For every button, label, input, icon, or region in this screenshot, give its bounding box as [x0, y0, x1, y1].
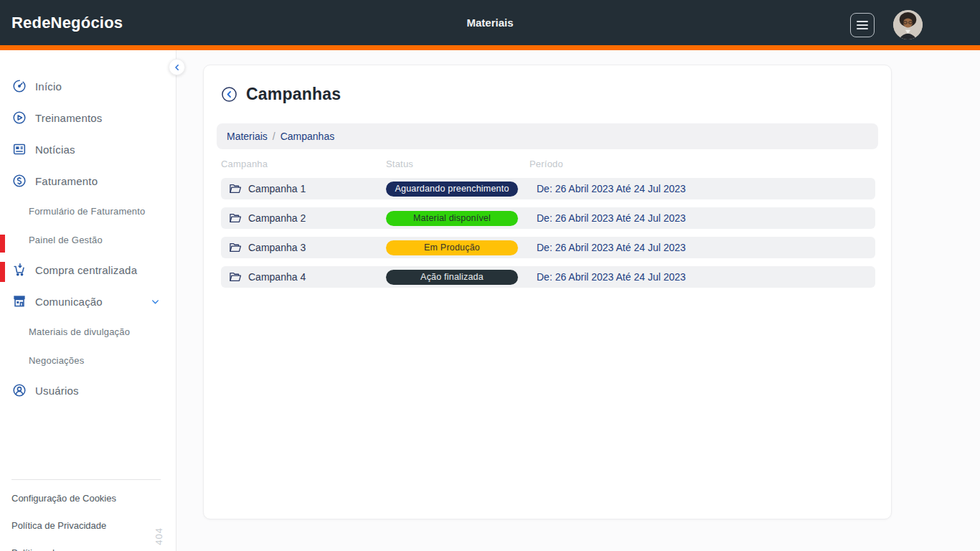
- header-page-title: Materiais: [0, 17, 980, 29]
- sidebar-footer: Configuração de Cookies Política de Priv…: [0, 479, 176, 551]
- sidebar-item-label: Usuários: [35, 385, 79, 397]
- breadcrumb-item-campanhas[interactable]: Campanhas: [281, 131, 335, 142]
- sidebar-item-label: Painel de Gestão: [29, 235, 103, 245]
- status-badge: Em Produção: [386, 240, 518, 255]
- link-privacy-policy[interactable]: Política de Privacidade: [0, 512, 176, 539]
- breadcrumb-separator: /: [273, 131, 275, 142]
- sidebar-item-painel-gestao[interactable]: Painel de Gestão: [0, 225, 176, 254]
- sidebar-item-materiais-divulgacao[interactable]: Materiais de divulgação: [0, 317, 176, 346]
- breadcrumb: Materiais / Campanhas: [217, 123, 878, 149]
- status-badge: Aguardando preenchimento: [386, 182, 518, 197]
- table-row-campanha-4[interactable]: Campanha 4 Ação finalizada De: 26 Abril …: [221, 266, 875, 288]
- open-folder-icon: [228, 240, 248, 255]
- open-folder-icon: [228, 182, 248, 196]
- avatar-image: [893, 10, 923, 39]
- sidebar-item-inicio[interactable]: Início: [0, 70, 176, 102]
- sidebar-item-treinamentos[interactable]: Treinamentos: [0, 102, 176, 133]
- link-usage-policy[interactable]: Políticas de uso: [0, 539, 176, 551]
- alert-marker: [0, 262, 5, 282]
- sidebar-collapse-button[interactable]: [169, 59, 185, 75]
- sidebar-item-label: Início: [35, 80, 62, 93]
- column-header-campanha: Campanha: [221, 159, 386, 169]
- speedometer-icon: [11, 78, 27, 94]
- table-row-campanha-2[interactable]: Campanha 2 Material disponível De: 26 Ab…: [221, 207, 875, 229]
- sidebar-item-compra-centralizada[interactable]: Compra centralizada: [0, 254, 176, 286]
- campaign-name: Campanha 3: [248, 242, 386, 253]
- status-badge: Material disponível: [386, 211, 518, 226]
- sidebar-item-faturamento[interactable]: Faturamento: [0, 165, 176, 197]
- campaign-period: De: 26 Abril 2023 Até 24 Jul 2023: [529, 183, 868, 194]
- play-circle-icon: [11, 110, 27, 126]
- app-header: Materiais RedeNegócios: [0, 0, 980, 45]
- sidebar-item-negociacoes[interactable]: Negociações: [0, 346, 176, 375]
- user-circle-icon: [11, 382, 27, 398]
- sidebar-item-comunicacao[interactable]: Comunicação: [0, 286, 176, 317]
- page-title: Campanhas: [246, 85, 341, 104]
- back-button[interactable]: [221, 86, 237, 103]
- campaign-name: Campanha 1: [248, 183, 386, 194]
- table-row-campanha-3[interactable]: Campanha 3 Em Produção De: 26 Abril 2023…: [221, 237, 875, 258]
- status-badge: Ação finalizada: [386, 270, 518, 285]
- chevron-down-icon[interactable]: [151, 297, 160, 306]
- divider: [11, 479, 161, 480]
- storefront-icon: [11, 293, 27, 309]
- sidebar-item-label: Comunicação: [35, 296, 103, 308]
- sidebar-item-label: Treinamentos: [35, 112, 103, 124]
- user-avatar[interactable]: [893, 10, 923, 39]
- open-folder-icon: [228, 211, 248, 225]
- version-watermark: 404: [154, 527, 164, 545]
- dollar-circle-icon: [11, 173, 27, 189]
- brand-logo[interactable]: RedeNegócios: [11, 14, 123, 32]
- sidebar-item-formulario-faturamento[interactable]: Formulário de Faturamento: [0, 197, 176, 225]
- campaign-period: De: 26 Abril 2023 Até 24 Jul 2023: [529, 242, 868, 253]
- cart-download-icon: [11, 262, 27, 278]
- campaigns-table: Campanha Status Período Campanha 1 Aguar…: [221, 159, 875, 288]
- campaign-name: Campanha 2: [248, 212, 386, 224]
- sidebar-item-label: Faturamento: [35, 175, 98, 187]
- campaign-period: De: 26 Abril 2023 Até 24 Jul 2023: [529, 271, 868, 283]
- sidebar-item-noticias[interactable]: Notícias: [0, 133, 176, 165]
- sidebar-item-label: Compra centralizada: [35, 264, 137, 276]
- sidebar-nav: Início Treinamentos Notícias Faturamento…: [0, 50, 176, 551]
- sidebar-item-label: Materiais de divulgação: [29, 326, 130, 337]
- hamburger-menu-button[interactable]: [850, 13, 875, 37]
- newspaper-icon: [11, 141, 27, 157]
- hamburger-icon: [856, 20, 869, 30]
- sidebar-item-label: Negociações: [29, 355, 84, 366]
- column-header-periodo: Período: [529, 159, 875, 169]
- campaigns-card: Campanhas Materiais / Campanhas Campanha…: [203, 65, 892, 519]
- sidebar-item-label: Formulário de Faturamento: [29, 206, 146, 217]
- breadcrumb-item-materiais[interactable]: Materiais: [227, 131, 268, 142]
- open-folder-icon: [228, 270, 248, 284]
- campaign-period: De: 26 Abril 2023 Até 24 Jul 2023: [529, 212, 868, 224]
- chevron-left-icon: [173, 63, 182, 72]
- sidebar-item-label: Notícias: [35, 143, 75, 156]
- accent-divider: [0, 45, 980, 50]
- table-header: Campanha Status Período: [221, 159, 875, 169]
- sidebar-item-usuarios[interactable]: Usuários: [0, 375, 176, 406]
- link-cookie-settings[interactable]: Configuração de Cookies: [0, 484, 176, 512]
- column-header-status: Status: [386, 159, 529, 169]
- alert-marker: [0, 235, 5, 253]
- campaign-name: Campanha 4: [248, 271, 386, 283]
- table-row-campanha-1[interactable]: Campanha 1 Aguardando preenchimento De: …: [221, 178, 875, 199]
